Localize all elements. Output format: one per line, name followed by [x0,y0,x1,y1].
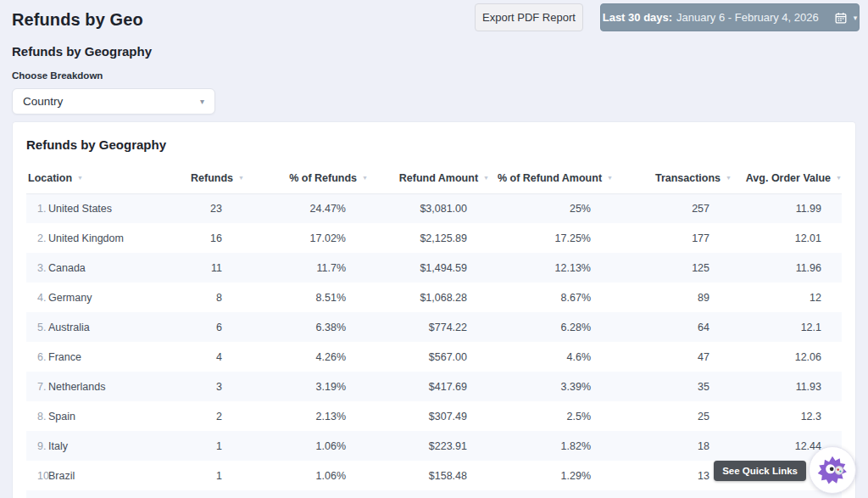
column-label: Location [28,172,72,184]
row-pct-refunds: 1.06% [244,431,368,461]
row-avg-order-value: 12.3 [732,401,842,431]
breakdown-selected-value: Country [23,95,63,108]
row-rank: 9. [26,431,48,461]
row-refunds: 16 [185,223,244,253]
row-pct-refund-amount: 25% [489,193,613,223]
sort-caret-icon: ▼ [726,175,732,181]
date-caret-icon: ▾ [854,14,858,22]
column-header-avg-order-value[interactable]: Avg. Order Value▼ [732,163,842,193]
table-row-partial [26,490,842,498]
row-rank: 2. [26,223,48,253]
quick-links-button[interactable] [809,446,856,494]
dropdown-caret-icon: ▾ [200,97,204,106]
row-pct-refunds: 4.26% [244,342,368,372]
row-transactions: 25 [613,401,732,431]
row-pct-refunds: 3.19% [244,372,368,401]
row-avg-order-value: 11.99 [732,193,842,223]
sort-caret-icon: ▼ [836,175,842,181]
row-transactions: 89 [613,283,732,312]
row-refunds: 4 [185,342,244,372]
row-rank: 10. [26,461,48,490]
breakdown-label: Choose Breakdown [12,70,103,81]
sort-caret-icon: ▼ [77,175,83,181]
column-header-transactions[interactable]: Transactions▼ [613,163,732,193]
column-label: Transactions [655,172,721,184]
row-rank: 5. [26,312,48,342]
row-pct-refund-amount: 6.28% [489,312,613,342]
table-row: 7. Netherlands 3 3.19% $417.69 3.39% 35 … [26,372,842,401]
row-refund-amount: $1,494.59 [368,253,489,283]
row-pct-refund-amount: 1.29% [489,461,613,490]
row-avg-order-value: 12.1 [732,312,842,342]
row-rank: 7. [26,372,48,401]
row-location: Italy [48,431,185,461]
row-pct-refunds: 17.02% [244,223,368,253]
column-header-refunds[interactable]: Refunds▼ [185,163,244,193]
row-pct-refunds: 24.47% [244,193,368,223]
row-refunds: 1 [185,461,244,490]
row-refunds: 3 [185,372,244,401]
page-title: Refunds by Geo [12,10,143,30]
table-body: 1. United States 23 24.47% $3,081.00 25%… [26,193,842,498]
row-refund-amount: $567.00 [368,342,489,372]
row-transactions: 47 [613,342,732,372]
column-header-location[interactable]: Location▼ [26,163,185,193]
row-location: Brazil [48,461,185,490]
row-location: Canada [48,253,185,283]
row-pct-refund-amount: 2.5% [489,401,613,431]
row-transactions: 18 [613,431,732,461]
quick-links-tooltip: See Quick Links [714,461,806,481]
row-pct-refund-amount: 17.25% [489,223,613,253]
refunds-table: Location▼ Refunds▼ % of Refunds▼ Refund … [26,163,842,498]
column-label: Refund Amount [399,172,478,184]
column-header-pct-refunds[interactable]: % of Refunds▼ [244,163,368,193]
row-avg-order-value: 11.96 [732,253,842,283]
export-pdf-button[interactable]: Export PDF Report [475,3,583,31]
row-avg-order-value: 11.93 [732,372,842,401]
row-location: United States [48,193,185,223]
column-header-pct-refund-amount[interactable]: % of Refund Amount▼ [489,163,613,193]
sort-caret-icon: ▼ [607,175,613,181]
column-label: % of Refunds [289,172,357,184]
breakdown-select[interactable]: Country ▾ [12,88,215,115]
row-refund-amount: $417.69 [368,372,489,401]
row-pct-refunds: 11.7% [244,253,368,283]
section-subtitle: Refunds by Geography [12,44,152,59]
row-refund-amount: $774.22 [368,312,489,342]
table-row: 5. Australia 6 6.38% $774.22 6.28% 64 12… [26,312,842,342]
row-refunds: 6 [185,312,244,342]
row-transactions: 64 [613,312,732,342]
row-pct-refund-amount: 1.82% [489,431,613,461]
row-refund-amount: $2,125.89 [368,223,489,253]
row-refunds: 11 [185,253,244,283]
row-rank: 6. [26,342,48,372]
sort-caret-icon: ▼ [362,175,368,181]
row-pct-refunds: 1.06% [244,461,368,490]
row-refunds: 23 [185,193,244,223]
table-row: 8. Spain 2 2.13% $307.49 2.5% 25 12.3 [26,401,842,431]
table-row: 6. France 4 4.26% $567.00 4.6% 47 12.06 [26,342,842,372]
row-location: Germany [48,283,185,312]
row-avg-order-value: 12.01 [732,223,842,253]
row-pct-refund-amount: 3.39% [489,372,613,401]
row-pct-refunds: 2.13% [244,401,368,431]
table-row: 1. United States 23 24.47% $3,081.00 25%… [26,193,842,223]
row-pct-refund-amount: 12.13% [489,253,613,283]
row-pct-refund-amount: 4.6% [489,342,613,372]
date-range-button[interactable]: Last 30 days: January 6 - February 4, 20… [600,3,860,31]
row-refund-amount: $307.49 [368,401,489,431]
row-rank: 3. [26,253,48,283]
quick-links-mascot-icon [814,450,851,490]
row-transactions: 125 [613,253,732,283]
calendar-icon [835,12,847,24]
row-rank: 1. [26,193,48,223]
sort-caret-icon: ▼ [483,175,489,181]
row-transactions: 35 [613,372,732,401]
row-refund-amount: $3,081.00 [368,193,489,223]
row-transactions: 177 [613,223,732,253]
sort-caret-icon: ▼ [238,175,244,181]
row-location: Netherlands [48,372,185,401]
table-header-row: Location▼ Refunds▼ % of Refunds▼ Refund … [26,163,842,193]
column-header-refund-amount[interactable]: Refund Amount▼ [368,163,489,193]
table-row: 2. United Kingdom 16 17.02% $2,125.89 17… [26,223,842,253]
